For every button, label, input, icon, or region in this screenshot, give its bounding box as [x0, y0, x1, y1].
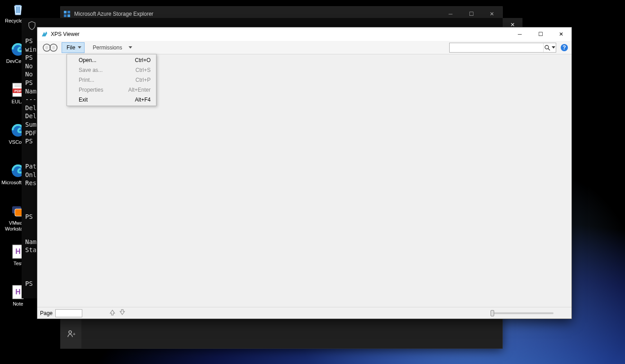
- help-icon: ?: [560, 44, 568, 52]
- menu-item-label: Properties: [79, 87, 103, 93]
- search-button[interactable]: [543, 43, 556, 52]
- svg-rect-19: [64, 14, 67, 17]
- svg-rect-1: [18, 7, 18, 13]
- xps-toolbar: File Permissions ? Open... Ctrl+O Save: [37, 41, 571, 54]
- azure-account-icon[interactable]: +: [61, 324, 81, 344]
- svg-text:H: H: [15, 248, 21, 255]
- page-number-input[interactable]: [55, 309, 82, 317]
- xps-minimize-button[interactable]: ─: [509, 27, 530, 41]
- xps-app-icon: [41, 31, 48, 38]
- chevron-down-icon: [78, 46, 81, 49]
- svg-point-28: [52, 46, 55, 49]
- page-label: Page: [40, 310, 53, 316]
- svg-text:PDF: PDF: [14, 89, 22, 93]
- page-down-button[interactable]: [119, 309, 125, 317]
- svg-rect-20: [67, 14, 70, 17]
- svg-line-30: [548, 49, 550, 50]
- menu-item-shortcut: Ctrl+P: [135, 77, 151, 83]
- search-icon: [544, 44, 550, 51]
- azure-window-title: Microsoft Azure Storage Explorer: [74, 11, 153, 17]
- svg-text:H: H: [15, 288, 21, 296]
- svg-point-27: [45, 46, 48, 49]
- svg-rect-2: [19, 7, 20, 13]
- svg-point-23: [69, 331, 71, 333]
- svg-rect-0: [16, 7, 17, 13]
- menu-item-label: Open...: [79, 57, 96, 63]
- zoom-slider-thumb[interactable]: [491, 310, 494, 316]
- file-menu-properties: Properties Alt+Enter: [68, 85, 155, 95]
- file-dropdown-menu: Open... Ctrl+O Save as... Ctrl+S Print..…: [67, 54, 156, 106]
- svg-rect-18: [67, 11, 70, 13]
- permissions-menu-button[interactable]: Permissions: [90, 42, 134, 53]
- desktop-icon-label: Note: [13, 301, 23, 307]
- xps-window-title: XPS Viewer: [51, 31, 80, 37]
- menu-item-label: Save as...: [79, 67, 103, 73]
- menu-item-shortcut: Alt+F4: [135, 97, 151, 103]
- permissions-label: Permissions: [93, 44, 122, 51]
- menu-item-shortcut: Alt+Enter: [128, 87, 151, 93]
- chevron-down-icon: [552, 46, 555, 49]
- binoculars-icon[interactable]: [39, 42, 62, 53]
- search-input[interactable]: [450, 43, 543, 52]
- xps-close-button[interactable]: ✕: [551, 27, 571, 41]
- file-menu-open[interactable]: Open... Ctrl+O: [68, 55, 155, 65]
- menu-item-shortcut: Ctrl+S: [135, 67, 151, 73]
- azure-app-icon: [63, 10, 71, 18]
- xps-maximize-button[interactable]: ☐: [530, 27, 551, 41]
- file-menu-button[interactable]: File: [62, 42, 85, 53]
- menu-item-label: Print...: [79, 77, 94, 83]
- svg-text:?: ?: [562, 44, 566, 51]
- svg-point-29: [545, 45, 549, 49]
- xps-titlebar[interactable]: XPS Viewer ─ ☐ ✕: [37, 27, 571, 41]
- svg-text:+: +: [73, 332, 76, 337]
- recycle-bin-icon: [10, 1, 26, 17]
- zoom-slider[interactable]: [491, 312, 554, 314]
- svg-rect-17: [64, 11, 67, 13]
- search-box[interactable]: [449, 43, 556, 53]
- menu-item-label: Exit: [79, 97, 88, 103]
- page-up-button[interactable]: [109, 309, 116, 317]
- xps-viewer-window: XPS Viewer ─ ☐ ✕ File Permissions: [37, 27, 572, 319]
- help-button[interactable]: ?: [559, 43, 570, 53]
- file-menu-exit[interactable]: Exit Alt+F4: [68, 95, 155, 105]
- menu-item-shortcut: Ctrl+O: [135, 57, 151, 63]
- file-menu-label: File: [67, 44, 75, 51]
- xps-statusbar: Page: [37, 307, 571, 319]
- chevron-down-icon: [129, 46, 132, 49]
- file-menu-save-as: Save as... Ctrl+S: [68, 65, 155, 75]
- file-menu-print: Print... Ctrl+P: [68, 75, 155, 85]
